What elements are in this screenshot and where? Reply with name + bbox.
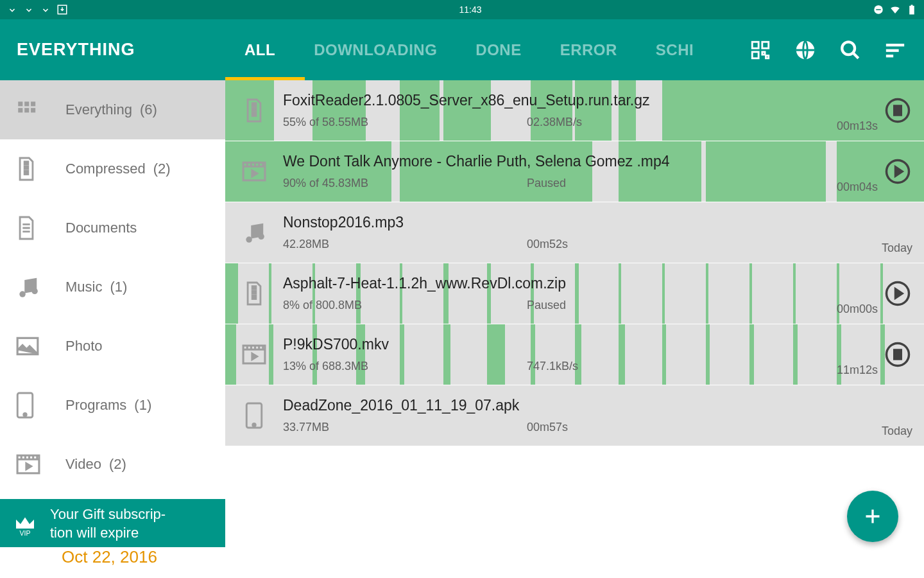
- svg-point-48: [253, 423, 255, 426]
- video-icon: [225, 343, 283, 366]
- tab-error[interactable]: ERROR: [541, 19, 637, 80]
- sidebar-item-label: Photo: [65, 338, 103, 355]
- video-icon: [15, 453, 65, 476]
- vip-banner[interactable]: VIP Your Gift subscrip- tion will expire: [0, 499, 225, 547]
- svg-rect-28: [886, 55, 893, 57]
- music-icon: [15, 275, 65, 299]
- status-bar: 11:43: [0, 0, 924, 19]
- svg-rect-21: [752, 51, 758, 58]
- svg-rect-9: [24, 162, 28, 164]
- svg-point-16: [24, 413, 26, 416]
- file-time: 11m12s: [837, 363, 878, 377]
- tabs: ALLDOWNLOADINGDONEERRORSCHI: [225, 19, 749, 80]
- svg-rect-27: [886, 49, 899, 51]
- tab-schi[interactable]: SCHI: [637, 19, 713, 80]
- grid-icon: [15, 99, 65, 121]
- download-row[interactable]: Nonstop2016.mp3 42.28MB 00m52s Today: [225, 202, 924, 263]
- download-row[interactable]: DeadZone_2016_01_11_19_07.apk 33.77MB 00…: [225, 385, 924, 446]
- tab-all[interactable]: ALL: [225, 19, 295, 80]
- qr-icon[interactable]: [749, 39, 771, 61]
- play-button[interactable]: [883, 279, 912, 308]
- play-button[interactable]: [883, 157, 912, 186]
- globe-icon[interactable]: [794, 39, 816, 61]
- svg-rect-39: [252, 286, 256, 289]
- svg-rect-46: [899, 350, 902, 359]
- svg-rect-33: [894, 106, 897, 115]
- download-list: FoxitReader2.1.0805_Server_x86_enu_Setup…: [225, 80, 924, 578]
- wifi-icon: [889, 4, 901, 15]
- file-speed: Paused: [527, 299, 847, 312]
- sidebar-item-documents[interactable]: Documents: [0, 198, 225, 258]
- download-row[interactable]: Asphalt-7-Heat-1.1.2h_www.RevDl.com.zip …: [225, 263, 924, 324]
- svg-point-38: [258, 234, 264, 240]
- file-time: Today: [882, 241, 912, 255]
- sidebar-item-label: Documents: [65, 220, 137, 236]
- svg-rect-30: [252, 108, 256, 110]
- archive-icon: [225, 281, 283, 306]
- sidebar-title: EVERYTHING: [0, 19, 225, 80]
- sidebar-item-programs[interactable]: Programs (1): [0, 376, 225, 435]
- sidebar-item-video[interactable]: Video (2): [0, 435, 225, 494]
- vip-text: Your Gift subscrip- tion will expire: [50, 505, 166, 542]
- svg-rect-2: [876, 9, 881, 10]
- file-speed: Paused: [527, 177, 847, 190]
- svg-rect-5: [31, 101, 35, 106]
- sidebar-item-everything[interactable]: Everything (6): [0, 80, 225, 139]
- svg-rect-19: [752, 42, 758, 48]
- add-button[interactable]: [847, 491, 898, 542]
- svg-rect-4: [24, 101, 29, 106]
- do-not-disturb-icon: [873, 4, 884, 15]
- file-progress: 55% of 58.55MB: [283, 116, 527, 129]
- svg-point-37: [246, 236, 252, 243]
- download-row[interactable]: FoxitReader2.1.0805_Server_x86_enu_Setup…: [225, 80, 924, 141]
- sidebar-item-count: (6): [140, 101, 157, 118]
- toolbar: ALLDOWNLOADINGDONEERRORSCHI: [225, 19, 924, 80]
- download-icon: [40, 4, 51, 15]
- sidebar-item-compressed[interactable]: Compressed (2): [0, 139, 225, 198]
- sidebar-item-label: Video: [65, 456, 101, 473]
- svg-text:VIP: VIP: [20, 529, 31, 537]
- sidebar-item-label: Compressed: [65, 161, 146, 177]
- sort-icon[interactable]: [884, 39, 906, 61]
- file-name: Nonstop2016.mp3: [283, 214, 847, 231]
- download-row[interactable]: P!9kDS700.mkv 13% of 688.3MB 747.1kB/s 1…: [225, 324, 924, 385]
- download-row[interactable]: We Dont Talk Anymore - Charlie Puth, Sel…: [225, 141, 924, 202]
- svg-rect-34: [899, 106, 902, 115]
- svg-rect-26: [886, 44, 904, 46]
- tab-downloading[interactable]: DOWNLOADING: [295, 19, 456, 80]
- sidebar-item-photo[interactable]: Photo: [0, 317, 225, 376]
- file-progress: 8% of 800.8MB: [283, 299, 527, 312]
- sidebar: EVERYTHING Everything (6) Compressed (2)…: [0, 19, 225, 578]
- download-icon: [6, 4, 18, 15]
- file-speed: 02.38MB/s: [527, 116, 847, 129]
- svg-rect-10: [24, 166, 28, 169]
- svg-rect-11: [24, 171, 28, 175]
- svg-rect-8: [31, 108, 35, 112]
- svg-point-12: [19, 291, 25, 297]
- svg-rect-22: [762, 51, 765, 54]
- file-name: We Dont Talk Anymore - Charlie Puth, Sel…: [283, 153, 847, 170]
- vip-date: Oct 22, 2016: [0, 547, 225, 578]
- sidebar-item-music[interactable]: Music (1): [0, 258, 225, 317]
- file-time: 00m04s: [837, 180, 878, 194]
- svg-rect-41: [252, 295, 256, 299]
- search-icon[interactable]: [839, 39, 861, 61]
- sidebar-item-label: Everything: [65, 101, 132, 118]
- file-speed: 00m57s: [527, 421, 847, 434]
- pause-button[interactable]: [883, 340, 912, 369]
- pause-button[interactable]: [883, 96, 912, 125]
- battery-icon: [906, 4, 918, 15]
- file-speed: 00m52s: [527, 238, 847, 251]
- svg-rect-20: [762, 42, 769, 48]
- svg-rect-31: [252, 112, 256, 116]
- svg-rect-6: [18, 108, 22, 112]
- sidebar-item-count: (1): [110, 279, 127, 295]
- tab-done[interactable]: DONE: [456, 19, 540, 80]
- file-progress: 90% of 45.83MB: [283, 177, 527, 190]
- download-icon: [23, 4, 35, 15]
- file-name: P!9kDS700.mkv: [283, 336, 847, 353]
- vip-icon: VIP: [9, 508, 41, 540]
- archive-icon: [15, 156, 65, 182]
- file-time: 00m00s: [837, 302, 878, 316]
- svg-rect-7: [24, 108, 29, 112]
